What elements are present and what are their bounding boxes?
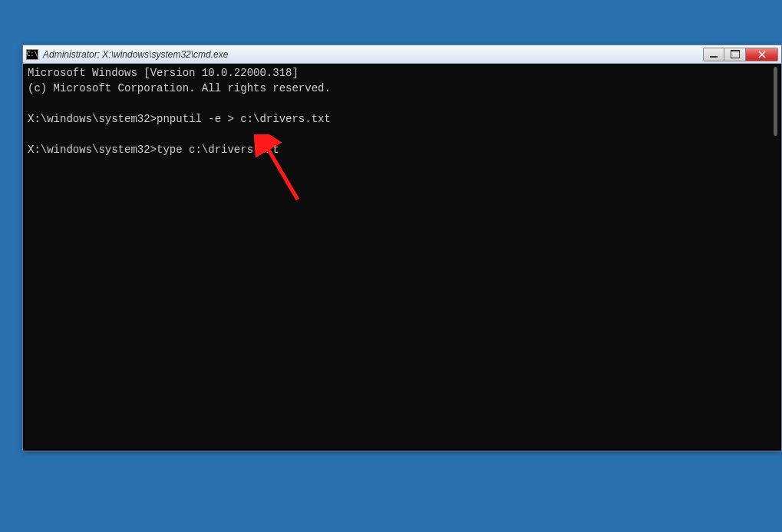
cmd-icon: C:\ <box>26 49 38 60</box>
minimize-button[interactable] <box>703 48 724 61</box>
window-title: Administrator: X:\windows\system32\cmd.e… <box>43 49 703 60</box>
scrollbar-thumb[interactable] <box>774 67 777 136</box>
terminal-content: Microsoft Windows [Version 10.0.22000.31… <box>25 64 780 159</box>
prompt-path: X:\windows\system32> <box>28 113 157 125</box>
cmd-window: C:\ Administrator: X:\windows\system32\c… <box>22 45 782 451</box>
maximize-button[interactable] <box>724 48 746 61</box>
output-line: Microsoft Windows [Version 10.0.22000.31… <box>28 67 299 79</box>
cmd-icon-text: C:\ <box>27 51 38 58</box>
command-text: type c:\drivers.txt <box>157 144 279 156</box>
command-text: pnputil -e > c:\drivers.txt <box>157 113 331 125</box>
window-controls <box>703 48 778 61</box>
titlebar[interactable]: C:\ Administrator: X:\windows\system32\c… <box>23 45 781 64</box>
terminal-body[interactable]: Microsoft Windows [Version 10.0.22000.31… <box>25 64 780 449</box>
close-button[interactable] <box>746 48 778 61</box>
prompt-path: X:\windows\system32> <box>28 144 157 156</box>
output-line: (c) Microsoft Corporation. All rights re… <box>28 82 331 94</box>
scrollbar[interactable] <box>769 64 780 449</box>
